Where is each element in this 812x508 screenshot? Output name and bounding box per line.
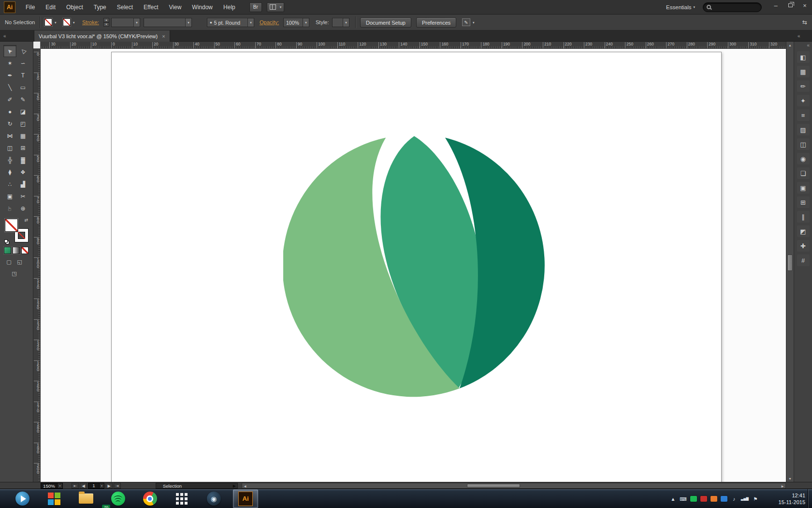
- opacity-dropdown[interactable]: 100%▾: [283, 18, 309, 27]
- stroke-panel-icon[interactable]: ≡: [797, 109, 810, 121]
- none-mode-button[interactable]: [21, 247, 29, 254]
- scroll-left-icon[interactable]: ◀: [242, 483, 248, 488]
- taskbar-app-grid[interactable]: [169, 490, 194, 508]
- close-tab-icon[interactable]: ×: [162, 33, 165, 39]
- horizontal-scroll-thumb[interactable]: [467, 484, 520, 488]
- taskbar-clock[interactable]: 12:41 15-11-2015: [779, 489, 805, 508]
- artboards-panel-icon[interactable]: ⊞: [797, 196, 810, 208]
- taskbar-chrome[interactable]: [137, 490, 162, 508]
- next-artboard-button[interactable]: ▶: [105, 483, 113, 489]
- taskbar-start[interactable]: [42, 490, 67, 508]
- zoom-tool[interactable]: ⊕: [16, 202, 29, 214]
- menu-select[interactable]: Select: [112, 0, 138, 15]
- gradient-tool[interactable]: ▓: [16, 154, 29, 166]
- scroll-down-icon[interactable]: ▼: [786, 475, 794, 482]
- taskbar-steam[interactable]: ◉: [201, 490, 226, 508]
- hidden-icons-tray-icon[interactable]: ▲: [669, 495, 676, 502]
- first-artboard-button[interactable]: ⇤: [72, 483, 79, 489]
- arrange-documents-button[interactable]: ▾: [267, 2, 285, 12]
- acrobat-tray-icon[interactable]: [700, 496, 707, 502]
- width-tool[interactable]: ⋈: [3, 130, 16, 142]
- fill-stroke-indicator[interactable]: ⇄: [5, 219, 28, 242]
- taskbar-spotify[interactable]: 70: [105, 490, 130, 508]
- scroll-right-icon[interactable]: ▶: [780, 483, 785, 488]
- info-panel-icon[interactable]: #: [797, 254, 810, 266]
- shape-builder-tool[interactable]: ◫: [3, 142, 16, 154]
- layers-panel-icon[interactable]: ▣: [797, 182, 810, 194]
- rectangle-tool[interactable]: ▭: [16, 81, 29, 93]
- keyboard-tray-icon[interactable]: ⌨: [680, 495, 686, 502]
- default-fill-stroke-icon[interactable]: [4, 239, 8, 243]
- slice-tool[interactable]: ✂: [16, 190, 29, 202]
- menu-edit[interactable]: Edit: [40, 0, 61, 15]
- swap-fill-stroke-icon[interactable]: ⇄: [24, 218, 28, 223]
- minimize-button[interactable]: –: [768, 0, 783, 11]
- show-desktop-button[interactable]: [808, 489, 812, 508]
- blob-brush-tool[interactable]: ●: [3, 105, 16, 118]
- eraser-tool[interactable]: ◪: [16, 105, 29, 118]
- search-input[interactable]: [713, 4, 754, 10]
- menu-file[interactable]: File: [20, 0, 40, 15]
- chevron-down-icon[interactable]: ▾: [473, 21, 475, 25]
- symbol-sprayer-tool[interactable]: ∴: [3, 178, 16, 190]
- direct-selection-tool[interactable]: ▷: [16, 45, 29, 57]
- navigator-panel-icon[interactable]: ✚: [797, 240, 810, 252]
- last-artboard-button[interactable]: ⇥: [114, 483, 121, 489]
- graphic-styles-panel-icon[interactable]: ❏: [797, 167, 810, 179]
- perspective-grid-tool[interactable]: ⊞: [16, 142, 29, 154]
- dock-collapse-icon[interactable]: «: [798, 30, 800, 42]
- ruler-origin-box[interactable]: [33, 42, 41, 49]
- control-bar-toggle-icon[interactable]: ⇆: [802, 15, 807, 30]
- paintbrush-tool[interactable]: ✐: [3, 93, 16, 105]
- stroke-color-swatch[interactable]: [63, 18, 71, 26]
- artboard-number-dropdown[interactable]: 1 ▾: [88, 483, 104, 489]
- symbols-panel-icon[interactable]: ✦: [797, 95, 810, 106]
- scale-tool[interactable]: ◰: [16, 118, 29, 130]
- vertical-scrollbar[interactable]: ▲ ▼: [786, 42, 794, 482]
- horizontal-scrollbar[interactable]: ◀ ▶: [242, 483, 786, 489]
- creative-cloud-tray-icon[interactable]: [710, 496, 717, 502]
- canvas[interactable]: [41, 49, 786, 482]
- menu-window[interactable]: Window: [187, 0, 218, 15]
- spotify-tray-icon[interactable]: [690, 496, 697, 502]
- style-dropdown[interactable]: ▾: [332, 18, 349, 27]
- dock-expand-icon[interactable]: «: [794, 42, 812, 49]
- step-up-icon[interactable]: ▲: [103, 18, 109, 22]
- document-setup-button[interactable]: Document Setup: [360, 17, 411, 28]
- width-profile-dropdown[interactable]: ▾: [144, 18, 192, 27]
- action-center-tray-icon[interactable]: ⚑: [752, 495, 759, 502]
- rotate-tool[interactable]: ↻: [3, 118, 16, 130]
- transparency-panel-icon[interactable]: ◫: [797, 138, 810, 150]
- menu-effect[interactable]: Effect: [138, 0, 163, 15]
- vertical-scroll-thumb[interactable]: [787, 254, 793, 271]
- taskbar-illustrator[interactable]: Ai: [233, 490, 258, 508]
- brushes-panel-icon[interactable]: ✏: [797, 80, 810, 92]
- artboard-tool[interactable]: ▣: [3, 190, 16, 202]
- status-display[interactable]: Selection ▶: [156, 483, 238, 489]
- taskbar-media-play[interactable]: [10, 490, 35, 508]
- workspace-switcher[interactable]: Essentials ▾: [666, 4, 695, 10]
- pen-tool[interactable]: ✒: [3, 69, 16, 81]
- screen-mode-button[interactable]: ◳: [10, 270, 18, 277]
- pencil-tool[interactable]: ✎: [16, 93, 29, 105]
- lasso-tool[interactable]: ∽: [16, 57, 29, 69]
- selection-tool[interactable]: ➤: [3, 45, 16, 57]
- gradient-mode-button[interactable]: [13, 247, 20, 254]
- menu-view[interactable]: View: [164, 0, 187, 15]
- search-box[interactable]: [703, 2, 762, 12]
- appearance-panel-icon[interactable]: ◉: [797, 153, 810, 164]
- draw-behind-button[interactable]: ◱: [15, 258, 24, 266]
- stroke-weight-dropdown[interactable]: ▾: [111, 18, 140, 27]
- stroke-panel-link[interactable]: Stroke:: [82, 15, 99, 30]
- bluetooth-tray-icon[interactable]: [721, 496, 727, 502]
- opacity-panel-link[interactable]: Opacity:: [260, 15, 279, 30]
- line-segment-tool[interactable]: ╲: [3, 81, 16, 93]
- chevron-down-icon[interactable]: ▾: [73, 21, 75, 25]
- menu-object[interactable]: Object: [61, 0, 88, 15]
- launch-bridge-button[interactable]: Br: [249, 2, 262, 12]
- column-graph-tool[interactable]: ▟: [16, 178, 29, 190]
- preferences-button[interactable]: Preferences: [416, 17, 456, 28]
- toolbar-collapse-icon[interactable]: «: [3, 30, 6, 42]
- previous-artboard-button[interactable]: ◀: [80, 483, 87, 489]
- fill-color-swatch[interactable]: [44, 18, 52, 26]
